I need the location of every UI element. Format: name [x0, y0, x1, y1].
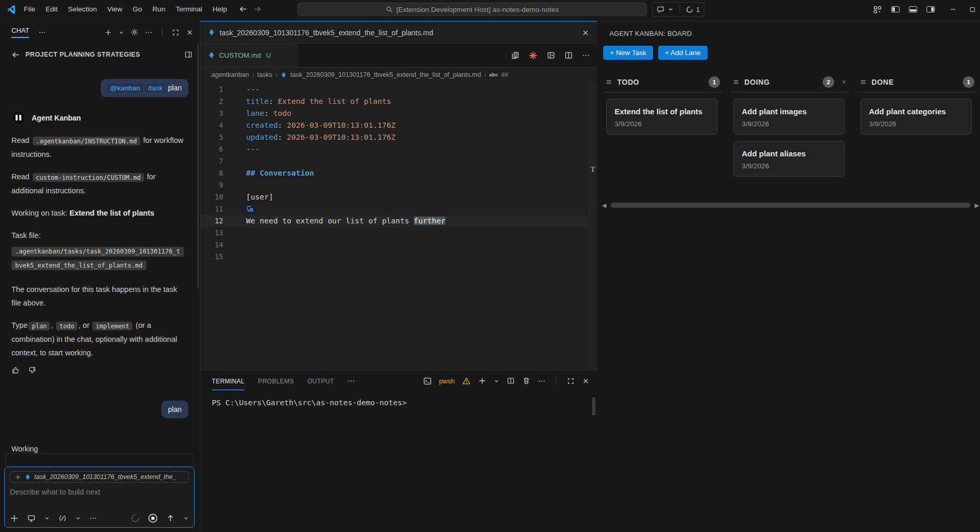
toggle-right-sidebar-icon[interactable] [927, 6, 935, 12]
lane-close-icon[interactable] [841, 79, 847, 85]
breadcrumb-folder[interactable]: tasks [257, 71, 272, 78]
file-ref-chip[interactable]: .agentkanban/INSTRUCTION.md [33, 137, 140, 145]
kill-terminal-icon[interactable] [522, 377, 530, 385]
gear-icon[interactable] [130, 28, 139, 36]
tab-problems[interactable]: PROBLEMS [258, 372, 294, 390]
chat-prompt-input[interactable] [10, 488, 189, 496]
open-in-editor-icon[interactable] [184, 50, 193, 59]
panel-tabs-more-icon[interactable] [347, 377, 355, 385]
back-arrow-icon[interactable] [239, 5, 248, 14]
maximize-window-icon[interactable] [969, 6, 976, 13]
progress-spinner-icon[interactable] [686, 6, 693, 14]
open-preview-icon[interactable] [547, 51, 555, 60]
kanban-card[interactable]: Add plant categories 3/9/2026 [861, 99, 972, 135]
inline-chat-hint-icon[interactable] [246, 205, 254, 213]
tab-output[interactable]: OUTPUT [307, 372, 334, 390]
more-tools-icon[interactable] [89, 514, 97, 522]
terminal-scrollbar[interactable] [592, 397, 595, 415]
shell-name[interactable]: pwsh [439, 377, 455, 385]
warning-icon[interactable] [462, 377, 471, 385]
attach-plus-icon[interactable] [10, 514, 19, 523]
extension-action-icon[interactable] [528, 51, 538, 60]
terminal-more-icon[interactable] [538, 377, 546, 385]
code-line: 14 [200, 239, 597, 251]
attached-context-chip[interactable]: task_20260309_101301176_tbvek5_extend_th… [10, 471, 189, 483]
scroll-left-icon[interactable]: ◀ [601, 202, 607, 209]
lane-separator [603, 92, 722, 92]
add-context-icon[interactable] [15, 474, 21, 481]
model-picker-icon[interactable] [27, 514, 36, 523]
breadcrumb-folder[interactable]: .agentkanban [210, 71, 249, 78]
editor-more-icon[interactable] [582, 51, 590, 59]
forward-arrow-icon[interactable] [253, 5, 262, 14]
chevron-down-icon[interactable] [44, 515, 50, 521]
chevron-down-icon[interactable] [183, 515, 189, 521]
breadcrumb-file[interactable]: task_20260309_101301176_tbvek5_extend_th… [290, 71, 481, 78]
tab-terminal[interactable]: TERMINAL [212, 372, 244, 390]
menu-view[interactable]: View [103, 3, 127, 15]
send-button-icon[interactable] [166, 514, 175, 523]
terminal-output[interactable]: PS C:\Users\Gareth\src\as-notes-demo-not… [200, 391, 597, 407]
kanban-card[interactable]: Add plant aliases 3/9/2026 [733, 141, 845, 177]
drag-handle-icon[interactable] [732, 78, 740, 86]
toggle-left-sidebar-icon[interactable] [891, 6, 900, 12]
file-ref-chip[interactable]: custom-instruction/CUSTOM.md [33, 173, 144, 182]
menu-file[interactable]: File [19, 3, 40, 15]
maximize-panel-icon[interactable] [567, 377, 575, 385]
editor-scrollbar[interactable]: T [588, 83, 597, 370]
kanban-card[interactable]: Add plant images 3/9/2026 [733, 99, 845, 135]
chevron-down-icon[interactable] [75, 515, 81, 521]
open-changes-icon[interactable] [511, 51, 520, 60]
drag-handle-icon[interactable] [860, 78, 867, 86]
chevron-down-icon[interactable] [118, 30, 124, 35]
lane-header[interactable]: DOING 2 [730, 75, 849, 89]
thumbs-up-icon[interactable] [11, 366, 20, 375]
menu-edit[interactable]: Edit [41, 3, 62, 15]
terminal-shell-icon[interactable] [423, 377, 432, 385]
panel-more-icon[interactable] [38, 29, 46, 36]
task-file-path[interactable]: .agentkanban/tasks/task_20260309_1013011… [11, 246, 188, 274]
command-chip[interactable]: /task [145, 84, 166, 92]
breadcrumb-symbol[interactable]: ## [501, 71, 508, 78]
kanban-card[interactable]: Extend the list of plants 3/9/2026 [606, 99, 717, 135]
back-icon[interactable] [11, 50, 20, 59]
lane-header[interactable]: TODO 1 [603, 75, 722, 89]
new-task-button[interactable]: + New Task [603, 46, 653, 60]
maximize-panel-icon[interactable] [172, 29, 180, 36]
mention-chip[interactable]: @kanban [107, 84, 143, 92]
close-panel-icon[interactable] [582, 377, 590, 385]
chevron-down-icon[interactable] [668, 6, 674, 12]
thumbs-down-icon[interactable] [28, 366, 36, 375]
command-center[interactable]: [Extension Development Host] as-notes-de… [297, 3, 647, 16]
sidebar-scrollbar[interactable] [197, 45, 199, 289]
stop-button-icon[interactable] [148, 513, 158, 523]
close-editor-icon[interactable] [581, 29, 590, 37]
kanban-hscrollbar[interactable]: ◀ ▶ [601, 202, 980, 209]
tab-custom-md[interactable]: CUSTOM.md U [200, 44, 298, 67]
chevron-down-icon[interactable] [494, 378, 499, 384]
toggle-bottom-panel-icon[interactable] [909, 6, 917, 12]
menu-run[interactable]: Run [148, 3, 170, 15]
drag-handle-icon[interactable] [605, 78, 612, 86]
copilot-chat-icon[interactable] [657, 5, 665, 14]
mode-picker-icon[interactable] [58, 514, 67, 523]
menu-help[interactable]: Help [208, 3, 232, 15]
menu-terminal[interactable]: Terminal [171, 3, 207, 15]
scrollbar-track[interactable] [611, 203, 970, 208]
customize-layout-icon[interactable] [873, 5, 882, 14]
scroll-right-icon[interactable]: ▶ [974, 202, 980, 209]
split-terminal-icon[interactable] [507, 377, 515, 385]
code-editor[interactable]: 1--- 2title: Extend the list of plants 3… [200, 82, 597, 263]
minimize-window-icon[interactable] [949, 6, 957, 13]
more-actions-icon[interactable] [145, 29, 153, 36]
chat-input-box[interactable]: task_20260309_101301176_tbvek5_extend_th… [4, 467, 195, 528]
split-editor-icon[interactable] [564, 51, 573, 60]
close-panel-icon[interactable] [186, 29, 194, 36]
lane-header[interactable]: DONE 1 [857, 75, 976, 89]
menu-selection[interactable]: Selection [63, 3, 102, 15]
add-lane-button[interactable]: + Add Lane [658, 46, 707, 60]
new-chat-icon[interactable] [104, 29, 112, 36]
new-terminal-icon[interactable] [478, 377, 486, 385]
menu-go[interactable]: Go [128, 3, 147, 15]
tab-chat[interactable]: CHAT [11, 26, 29, 38]
